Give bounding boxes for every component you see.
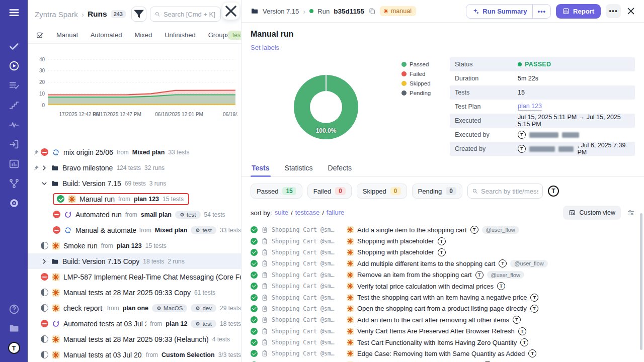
test-plan-link[interactable]: plan 123 [518,103,542,111]
run-summary-more-button[interactable]: ••• [532,5,550,18]
detail-close-button[interactable] [626,6,636,16]
panel-close-button[interactable] [222,3,239,20]
runs-tab-unfinished[interactable]: Unfinished [165,31,195,39]
custom-view-button[interactable]: Custom view [563,206,621,220]
chevron-right-icon[interactable] [41,164,48,171]
sort-link-suite[interactable]: suite [275,209,288,217]
tab-statistics[interactable]: Statistics [284,164,314,176]
report-button[interactable]: Report [556,4,601,19]
run-id: b35d1155 [334,8,364,15]
assignee-avatar[interactable]: T [530,294,538,302]
assignee-avatar[interactable]: T [513,316,521,324]
svg-text:10: 10 [39,91,45,97]
chevron-down-icon[interactable] [41,180,48,187]
assignee-avatar[interactable]: T [530,305,538,313]
info-label: Tests [455,89,518,96]
reports-icon[interactable] [9,158,20,169]
filter-button[interactable] [131,7,146,22]
projects-folder-icon[interactable] [9,323,20,334]
tests-search-input[interactable] [481,188,538,195]
assignee-avatar[interactable]: T [518,327,526,335]
chip-skipped[interactable]: Skipped0 [357,184,407,199]
assignee-avatar[interactable]: T [438,237,446,245]
run-row[interactable]: Manual tests at 28 Mar 2025 09:33 (Relau… [28,331,241,347]
help-icon[interactable] [9,304,20,315]
runs-search-input[interactable] [164,11,216,18]
partial-tag[interactable]: tes [228,31,242,40]
run-row[interactable]: LMP-587 Implement Real-Time Chat Messagi… [28,269,241,285]
run-row[interactable]: Automated tests at 03 Jul 2025 13:25from… [28,316,241,331]
run-row[interactable]: Manual runfromplan 12315 tests [28,191,241,207]
test-row[interactable]: Shopping Cart @sm… Verify Cart Items Are… [251,326,635,337]
test-row[interactable]: Shopping Cart @sm… Removing an Item from… [251,359,635,362]
sort-link-testcase[interactable]: testcase [295,209,319,217]
chip-pending[interactable]: Pending0 [412,184,462,199]
test-row[interactable]: Shopping Cart @sm… Open the shopping car… [251,303,635,314]
test-title: Verify Cart Items Are Preserved After Br… [357,327,515,335]
tab-tests[interactable]: Tests [251,164,271,176]
run-row[interactable]: Build: Version 7.15 Copy18 tests2 runs [28,253,241,269]
copy-icon[interactable] [368,8,376,15]
assignee-avatar[interactable]: T [528,349,536,357]
assignee-avatar[interactable]: T [499,259,507,267]
test-row[interactable]: Shopping Cart @sm… Edge Case: Removing I… [251,348,635,359]
breadcrumb-project[interactable]: Zyntra Spark [35,10,78,19]
test-cases-icon[interactable] [9,41,20,52]
tests-search[interactable] [467,184,543,199]
failed-status-icon [41,148,48,156]
assignee-avatar[interactable]: T [475,271,484,279]
run-row[interactable]: Manual tests at 03 Jul 2025 12:08fromCus… [28,347,241,362]
test-row[interactable]: Shopping Cart @sm… Verify total price ca… [251,281,635,292]
tab-defects[interactable]: Defects [327,164,353,176]
assignee-filter-avatar[interactable]: T [548,186,559,197]
import-icon[interactable] [9,139,20,150]
runs-tab-manual[interactable]: Manual [56,31,78,39]
test-row[interactable]: Shopping Cart @sm… Test the shopping car… [251,292,635,303]
assignee-avatar[interactable]: T [438,248,446,256]
run-row[interactable]: Manual & automated runfromMixed plantest… [28,222,241,238]
run-row[interactable]: Bravo milestone124 tests32 runs [28,160,241,175]
run-row[interactable]: mix origin 25/06fromMixed plan33 tests [28,144,241,160]
detail-breadcrumb-folder[interactable]: Version 7.15 [263,8,299,15]
sliders-icon[interactable] [627,209,635,217]
menu-icon[interactable] [9,7,20,18]
chevron-right-icon[interactable] [41,258,48,265]
integrations-icon[interactable] [9,178,20,189]
test-row[interactable]: Shopping Cart @sm… Add a single item to … [251,224,635,235]
test-row[interactable]: Shopping Cart @sm… Shopping with placeho… [251,247,635,258]
run-row[interactable]: Automated runfromsmall plantest54 tests [28,207,241,222]
user-avatar[interactable]: T [8,342,20,354]
runs-tab-automated[interactable]: Automated [91,31,122,39]
more-actions-button[interactable]: ••• [606,4,621,18]
set-labels-link[interactable]: Set labels [251,44,279,52]
sort-link-failure[interactable]: failure [327,209,344,217]
runs-search[interactable] [150,7,221,22]
clipboard-icon [261,260,268,267]
chip-passed[interactable]: Passed15 [251,184,302,199]
select-edit-icon[interactable] [36,31,44,39]
test-row[interactable]: Shopping Cart @sm… Test Cart Functionali… [251,337,635,348]
run-summary-button[interactable]: Run Summary ••• [466,4,551,19]
svg-text:06/17/2025 12:47 PM: 06/17/2025 12:47 PM [93,112,141,117]
assignee-avatar[interactable]: T [497,282,505,290]
run-row[interactable]: check report sharingfromplan oneMacOSdev… [28,300,241,316]
search-icon [472,188,478,195]
assignee-avatar[interactable]: T [520,338,528,346]
run-row[interactable]: Build: Version 7.1569 tests3 runs [28,175,241,191]
defects-icon[interactable] [9,119,20,130]
chip-failed[interactable]: Failed0 [307,184,352,199]
runs-tab-groups[interactable]: Groups [208,31,230,39]
test-row[interactable]: Shopping Cart @sm… Add multiple differen… [251,258,635,269]
run-row[interactable]: Manual tests at 28 Mar 2025 09:33 Copy61… [28,285,241,300]
runs-tab-mixed[interactable]: Mixed [135,31,152,39]
tests-scrollbar[interactable] [640,213,642,350]
test-plans-icon[interactable] [9,80,20,91]
run-row[interactable]: Smoke runfromplan 12315 tests [28,238,241,253]
runs-icon[interactable] [9,60,20,71]
test-row[interactable]: Shopping Cart @sm… Shopping with placeho… [251,235,635,246]
assignee-avatar[interactable]: T [470,226,478,234]
test-row[interactable]: Shopping Cart @sm… Remove an item from t… [251,269,635,281]
milestones-icon[interactable] [9,100,20,111]
settings-icon[interactable] [9,198,20,209]
test-row[interactable]: Shopping Cart @sm… Add an item to the ca… [251,314,635,325]
